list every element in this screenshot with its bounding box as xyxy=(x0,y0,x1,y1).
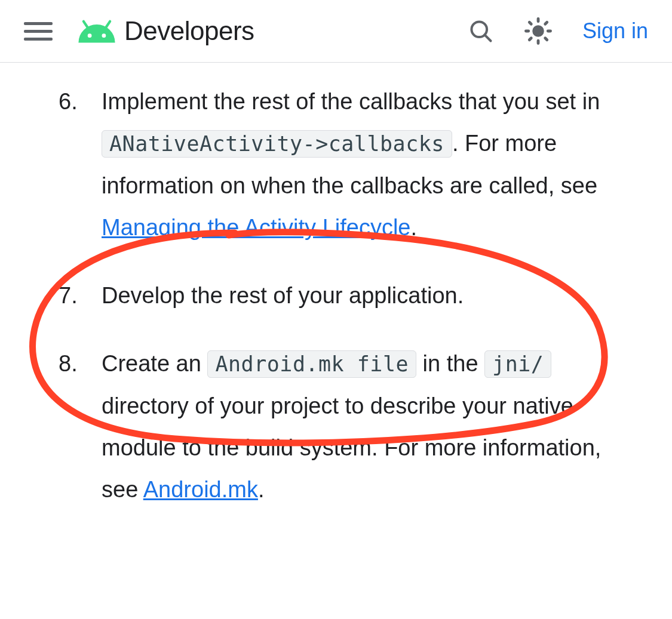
steps-list: Implement the rest of the callbacks that… xyxy=(42,81,630,511)
article-content: Implement the rest of the callbacks that… xyxy=(0,63,672,511)
svg-line-3 xyxy=(484,35,490,41)
step-text: Implement the rest of the callbacks that… xyxy=(102,89,600,114)
list-item: Implement the rest of the callbacks that… xyxy=(42,81,630,248)
theme-toggle-icon[interactable] xyxy=(523,16,554,47)
svg-point-1 xyxy=(102,33,106,38)
search-icon[interactable] xyxy=(468,18,494,44)
list-item: Create an Android.mk file in the jni/ di… xyxy=(42,343,630,510)
lifecycle-link[interactable]: Managing the Activity Lifecycle xyxy=(102,215,411,240)
svg-line-9 xyxy=(529,22,531,24)
step-text: Develop the rest of your application. xyxy=(102,283,464,308)
inline-code: Android.mk file xyxy=(207,350,416,378)
android-icon xyxy=(76,19,117,43)
step-text: . xyxy=(258,477,265,502)
brand-logo[interactable]: Developers xyxy=(76,16,254,46)
brand-text: Developers xyxy=(124,16,254,46)
step-text: . xyxy=(411,215,418,240)
svg-point-0 xyxy=(88,33,92,38)
inline-code: jni/ xyxy=(484,350,551,378)
svg-line-10 xyxy=(545,38,547,40)
sign-in-link[interactable]: Sign in xyxy=(582,19,648,44)
inline-code: ANativeActivity->callbacks xyxy=(102,130,452,158)
svg-line-12 xyxy=(545,22,547,24)
header-bar: Developers xyxy=(0,0,672,63)
menu-icon[interactable] xyxy=(24,14,57,48)
androidmk-link[interactable]: Android.mk xyxy=(143,477,258,502)
step-text: in the xyxy=(416,351,484,376)
header-actions: Sign in xyxy=(468,16,648,47)
step-text: Create an xyxy=(102,351,207,376)
svg-point-4 xyxy=(532,25,544,37)
list-item: Develop the rest of your application. xyxy=(42,275,630,316)
svg-line-11 xyxy=(529,38,531,40)
